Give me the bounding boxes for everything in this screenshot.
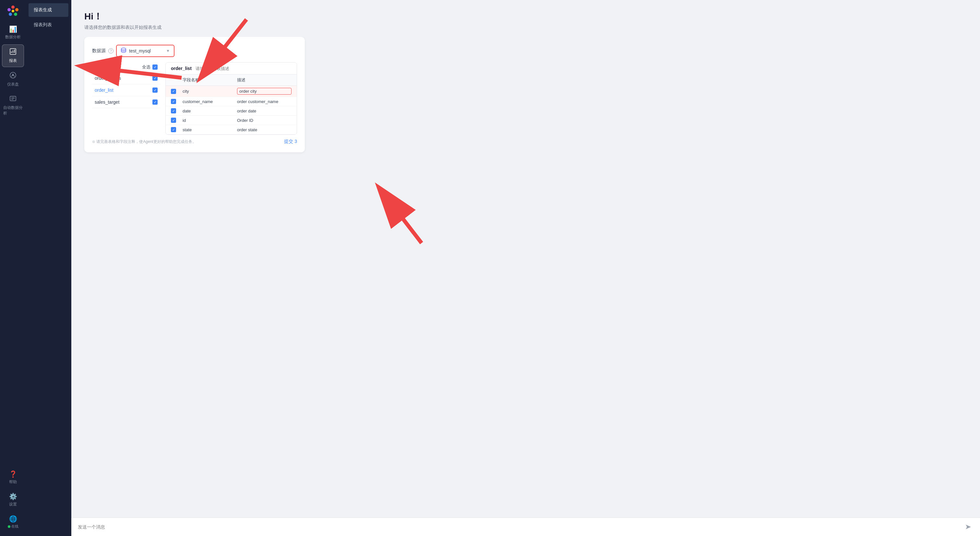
tables-list: 全选 ✓ order_details ✓ order_list ✓ sale — [92, 62, 160, 135]
sidebar-item-label: 设置 — [9, 502, 17, 507]
field-desc-input[interactable] — [237, 109, 291, 113]
svg-point-17 — [121, 48, 126, 50]
field-checkbox[interactable]: ✓ — [171, 99, 176, 104]
tables-section: 全选 ✓ order_details ✓ order_list ✓ sale — [92, 62, 297, 135]
fields-table-name: order_list — [171, 66, 192, 71]
field-name: city — [183, 89, 237, 94]
svg-point-5 — [8, 8, 11, 11]
table-checkbox[interactable]: ✓ — [153, 100, 158, 105]
table-item[interactable]: sales_target ✓ — [92, 96, 160, 108]
table-name: sales_target — [95, 100, 119, 105]
info-text: ⊙ 请完善表格和字段注释，使Agent更好的帮助您完成任务。 — [92, 139, 196, 144]
fields-columns-header: 字段名称 描述 — [166, 75, 297, 86]
field-name: date — [183, 109, 237, 113]
chevron-down-icon: ▼ — [166, 49, 170, 53]
field-name: id — [183, 118, 237, 123]
globe-icon: 🌐 — [9, 515, 17, 523]
field-checkbox[interactable]: ✓ — [171, 117, 176, 123]
field-desc-input[interactable] — [237, 118, 291, 123]
tables-header: 全选 ✓ — [92, 62, 160, 72]
field-name: customer_name — [183, 99, 237, 104]
main-content: Hi！ 请选择您的数据源和表以开始报表生成 数据源 ? — [72, 0, 980, 536]
sidebar-item-auto-analysis[interactable]: 自动数据分析 — [2, 92, 24, 119]
page-header: Hi！ 请选择您的数据源和表以开始报表生成 — [72, 0, 980, 37]
chat-input[interactable] — [78, 524, 959, 530]
submenu-item-report-list[interactable]: 报表列表 — [29, 18, 68, 32]
sidebar-item-settings[interactable]: ⚙️ 设置 — [2, 489, 24, 511]
sidebar-item-label: 自动数据分析 — [3, 105, 23, 116]
sidebar-item-dashboard[interactable]: 仪表盘 — [2, 68, 24, 90]
datasource-label: 数据源 — [92, 48, 106, 54]
field-desc-input[interactable] — [237, 99, 291, 104]
col-field-header: 字段名称 — [183, 77, 237, 83]
select-all-checkbox[interactable]: ✓ — [153, 65, 158, 70]
sidebar-item-label: 数据分析 — [5, 34, 21, 40]
help-icon[interactable]: ? — [108, 48, 113, 54]
sidebar-item-help[interactable]: ❓ 帮助 — [2, 467, 24, 488]
field-checkbox[interactable]: ✓ — [171, 108, 176, 113]
online-dot — [8, 525, 10, 528]
table-item[interactable]: order_list ✓ — [92, 84, 160, 96]
svg-point-6 — [12, 10, 14, 12]
settings-icon: ⚙️ — [9, 493, 17, 500]
datasource-name: test_mysql — [129, 48, 164, 54]
content-area: 数据源 ? test_mysql ▼ — [72, 37, 980, 517]
send-button[interactable] — [963, 522, 974, 532]
field-row: ✓ state — [166, 125, 297, 135]
sidebar-item-label: 报表 — [9, 58, 17, 63]
submenu-item-report-generate[interactable]: 报表生成 — [29, 3, 68, 17]
datasource-card: 数据源 ? test_mysql ▼ — [84, 37, 305, 152]
fields-panel-header: order_list — [166, 63, 297, 75]
page-title: Hi！ — [84, 10, 967, 23]
sidebar-item-label: 帮助 — [9, 479, 17, 485]
field-row: ✓ city — [166, 86, 297, 97]
table-checkbox[interactable]: ✓ — [153, 87, 158, 93]
online-badge: 在线 — [8, 524, 19, 529]
chat-bar — [72, 517, 980, 536]
select-all-label: 全选 — [142, 64, 151, 70]
table-name: order_details — [95, 76, 121, 81]
submit-button[interactable]: 提交 3 — [284, 139, 297, 144]
field-row: ✓ customer_name — [166, 97, 297, 106]
datasource-row: 数据源 ? test_mysql ▼ — [92, 45, 297, 57]
svg-point-12 — [12, 75, 14, 76]
table-checkbox[interactable]: ✓ — [153, 76, 158, 81]
field-checkbox[interactable]: ✓ — [171, 127, 176, 132]
db-icon — [121, 47, 126, 54]
sidebar: 📊 数据分析 报表 仪表盘 — [0, 0, 26, 536]
col-desc-header: 描述 — [237, 77, 291, 83]
svg-point-3 — [14, 13, 17, 16]
field-name: state — [183, 127, 237, 132]
data-analysis-icon: 📊 — [9, 25, 17, 33]
sidebar-bottom: ❓ 帮助 ⚙️ 设置 🌐 在线 — [2, 467, 24, 532]
field-desc-input[interactable] — [237, 127, 291, 132]
report-icon — [10, 48, 16, 57]
fields-panel: order_list 字段名称 描述 ✓ city — [165, 62, 297, 135]
datasource-select[interactable]: test_mysql ▼ — [116, 45, 175, 57]
sidebar-item-online[interactable]: 🌐 在线 — [2, 512, 24, 532]
field-row: ✓ id — [166, 116, 297, 125]
app-logo — [6, 4, 20, 18]
dashboard-icon — [10, 71, 16, 80]
field-row: ✓ date — [166, 106, 297, 116]
field-desc-input[interactable] — [237, 88, 291, 95]
page-subtitle: 请选择您的数据源和表以开始报表生成 — [84, 25, 967, 30]
svg-point-1 — [11, 5, 14, 9]
sidebar-item-data-analysis[interactable]: 📊 数据分析 — [2, 22, 24, 43]
field-checkbox[interactable]: ✓ — [171, 89, 176, 94]
table-name-active[interactable]: order_list — [95, 87, 113, 93]
svg-point-4 — [9, 13, 12, 16]
sidebar-item-label: 仪表盘 — [7, 82, 19, 87]
submenu: 报表生成 报表列表 — [26, 0, 72, 536]
sidebar-item-report[interactable]: 报表 — [2, 44, 24, 67]
help-icon: ❓ — [9, 470, 17, 478]
submit-area: ⊙ 请完善表格和字段注释，使Agent更好的帮助您完成任务。 提交 3 — [92, 135, 297, 144]
auto-analysis-icon — [10, 95, 16, 104]
svg-point-2 — [15, 8, 19, 11]
table-item[interactable]: order_details ✓ — [92, 72, 160, 84]
table-desc-input[interactable] — [196, 66, 291, 71]
